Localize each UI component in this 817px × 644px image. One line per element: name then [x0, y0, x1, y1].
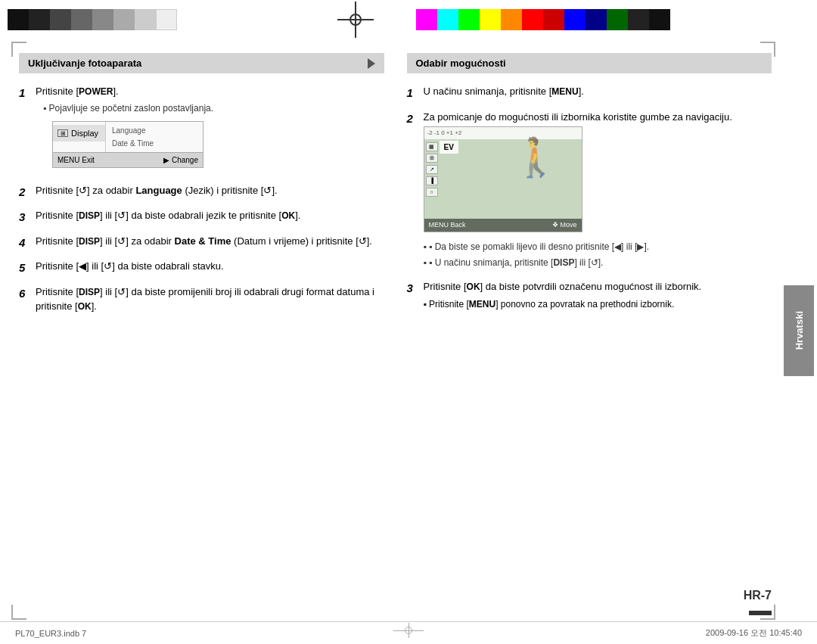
camera-figure: 🚶	[512, 138, 559, 176]
bw-color-strip	[8, 9, 177, 30]
left-section-header: Uključivanje fotoaparata	[19, 53, 384, 73]
step-1: 1 Pritisnite [POWER]. Pojavljuje se poče…	[19, 84, 384, 176]
step-text: Pritisnite [DISP] ili [↺] da biste promi…	[36, 285, 384, 314]
color-swatch	[156, 9, 177, 30]
step-number: 2	[19, 183, 36, 201]
cam-icon-3: ↗	[426, 165, 438, 174]
color-swatch	[437, 9, 458, 30]
language-label: Hrvatski	[794, 311, 805, 350]
color-swatch	[649, 9, 670, 30]
camera-screen-mockup: -2 -1 0 +1 +2 EV ▦ ⊞ ↗ ▐ ○ 🚶 MENU	[424, 126, 582, 232]
arrow-right-icon	[368, 58, 375, 69]
footer-right: 2009-09-16 오전 10:45:40	[706, 627, 802, 639]
step-number: 2	[407, 110, 424, 272]
step-number: 5	[19, 259, 36, 277]
menu-change-label: ▶ Change	[163, 154, 198, 166]
menu-item-display: ⊞ Display	[53, 125, 105, 142]
step-content: Za pomicanje do mogućnosti ili izbornika…	[424, 110, 772, 272]
step-sub-bullet: ▪ Pritisnite [MENU] ponovno za povratak …	[424, 297, 772, 311]
color-swatch	[522, 9, 543, 30]
ev-bar: -2 -1 0 +1 +2	[427, 129, 464, 138]
step-content: Pritisnite [↺] za odabir Language (Jezik…	[36, 183, 384, 201]
right-step-1: 1 U načinu snimanja, pritisnite [MENU].	[407, 84, 772, 102]
color-swatch	[501, 9, 522, 30]
cam-icon-1: ▦	[426, 142, 438, 151]
menu-item-label: Display	[71, 127, 98, 140]
color-swatch	[71, 9, 92, 30]
step-text: Pritisnite [DISP] ili [↺] da biste odabr…	[36, 208, 384, 223]
step-2: 2 Pritisnite [↺] za odabir Language (Jez…	[19, 183, 384, 201]
language-tab: Hrvatski	[784, 285, 814, 376]
cam-icon-4: ▐	[426, 176, 438, 185]
menu-exit-label: MENU Exit	[57, 154, 95, 166]
camera-back-label: MENU Back	[429, 220, 466, 231]
crosshair-icon	[337, 2, 374, 38]
step-content: Pritisnite [◀] ili [↺] da biste odabrali…	[36, 259, 384, 277]
color-swatch	[92, 9, 113, 30]
color-swatch	[8, 9, 29, 30]
step-content: Pritisnite [DISP] ili [↺] da biste odabr…	[36, 208, 384, 226]
top-center-crosshair	[295, 0, 416, 39]
bullet-2: ▪ U načinu snimanja, pritisnite [DISP] i…	[424, 256, 772, 269]
step-content: U načinu snimanja, pritisnite [MENU].	[424, 84, 772, 102]
color-swatch	[564, 9, 586, 30]
step-text: U načinu snimanja, pritisnite [MENU].	[424, 84, 772, 99]
camera-bottom-bar: MENU Back ❖ Move	[424, 219, 582, 232]
step-text: Pritisnite [DISP] ili [↺] za odabir Date…	[36, 234, 384, 249]
menu-inner: ⊞ Display Language Date & Time	[53, 122, 203, 152]
crosshair-circle	[349, 14, 362, 26]
menu-section-label: Language	[112, 125, 197, 136]
color-swatch	[543, 9, 564, 30]
color-swatch	[135, 9, 156, 30]
right-sidebar: Hrvatski	[781, 39, 817, 621]
display-icon: ⊞	[57, 129, 68, 137]
color-swatch	[113, 9, 135, 30]
color-swatch	[416, 9, 437, 30]
color-swatch	[628, 9, 649, 30]
step-number: 6	[19, 285, 36, 316]
color-swatch	[458, 9, 480, 30]
cam-icon-2: ⊞	[426, 154, 438, 163]
step-content: Pritisnite [OK] da biste potvrdili označ…	[424, 279, 772, 313]
step-text: Pritisnite [↺] za odabir Language (Jezik…	[36, 183, 384, 198]
menu-left-column: ⊞ Display	[53, 122, 106, 152]
cam-icon-5: ○	[426, 188, 438, 197]
step-number: 1	[19, 84, 36, 176]
color-strip-container	[416, 0, 817, 39]
menu-bottom-bar: MENU Exit ▶ Change	[53, 152, 203, 167]
step-text: Za pomicanje do mogućnosti ili izbornika…	[424, 110, 772, 125]
menu-right-column: Language Date & Time	[106, 122, 203, 152]
page-bar	[749, 611, 772, 615]
right-panel: Odabir mogućnosti 1 U načinu snimanja, p…	[403, 45, 776, 615]
bullet-1: ▪ Da biste se pomakli lijevo ili desno p…	[424, 240, 772, 254]
step-3: 3 Pritisnite [DISP] ili [↺] da biste oda…	[19, 208, 384, 226]
footer-left: PL70_EUR3.indb 7	[15, 629, 86, 638]
left-panel: Uključivanje fotoaparata 1 Pritisnite [P…	[15, 45, 388, 615]
main-content: Uključivanje fotoaparata 1 Pritisnite [P…	[15, 45, 775, 615]
right-step-2: 2 Za pomicanje do mogućnosti ili izborni…	[407, 110, 772, 272]
step-6: 6 Pritisnite [DISP] ili [↺] da biste pro…	[19, 285, 384, 316]
color-strip	[416, 9, 670, 30]
step-content: Pritisnite [POWER]. Pojavljuje se početn…	[36, 84, 384, 176]
ev-scale: -2 -1 0 +1 +2	[427, 129, 462, 138]
right-step-3: 3 Pritisnite [OK] da biste potvrdili ozn…	[407, 279, 772, 313]
step-4: 4 Pritisnite [DISP] ili [↺] za odabir Da…	[19, 234, 384, 252]
step-number: 1	[407, 84, 424, 102]
step-number: 4	[19, 234, 36, 252]
step-text: Pritisnite [POWER].	[36, 84, 384, 99]
menu-section-label: Date & Time	[112, 138, 197, 149]
right-section-title: Odabir mogućnosti	[416, 58, 506, 69]
bw-strip-container	[0, 0, 295, 39]
color-swatch	[480, 9, 501, 30]
footer-bar: PL70_EUR3.indb 7 2009-09-16 오전 10:45:40	[0, 621, 817, 644]
page-number: HR-7	[744, 589, 772, 602]
step-content: Pritisnite [DISP] ili [↺] za odabir Date…	[36, 234, 384, 252]
color-swatch	[586, 9, 607, 30]
top-color-bar	[0, 0, 817, 39]
color-swatch	[607, 9, 628, 30]
left-section-title: Uključivanje fotoaparata	[28, 58, 141, 69]
step-number: 3	[407, 279, 424, 313]
step-number: 3	[19, 208, 36, 226]
ev-label: EV	[440, 141, 458, 154]
step-text: Pritisnite [OK] da biste potvrdili označ…	[424, 279, 772, 294]
